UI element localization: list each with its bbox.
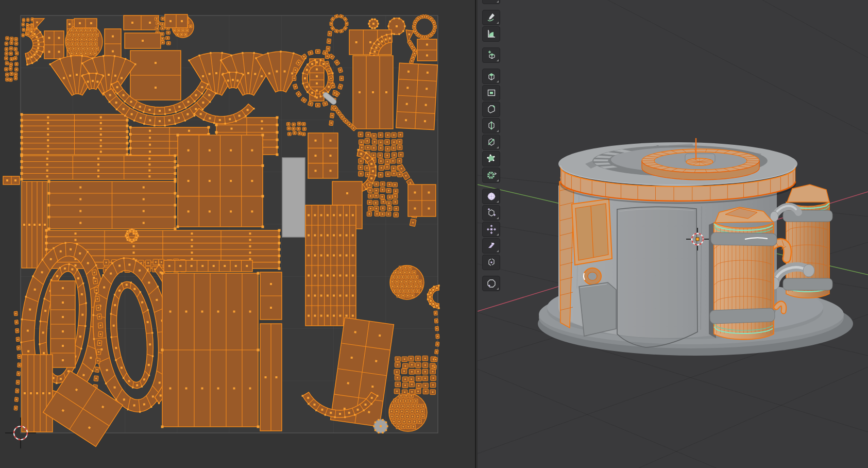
tool-button-shrink-fatten[interactable] — [482, 222, 500, 237]
viewport-3d-canvas[interactable] — [478, 0, 868, 468]
inset-faces-icon — [486, 88, 497, 98]
uv-canvas[interactable] — [0, 0, 475, 468]
tool-button-smooth[interactable] — [482, 189, 500, 204]
uv-island — [22, 181, 47, 268]
tool-button-loop-cut[interactable] — [482, 118, 500, 133]
uv-island — [260, 324, 282, 431]
blender-window — [0, 0, 868, 468]
subtool-indicator — [497, 146, 499, 148]
tool-button-rip-region[interactable] — [482, 255, 500, 270]
toolbar — [482, 0, 501, 292]
tool-button-shear[interactable] — [482, 238, 500, 254]
subtool-indicator — [497, 22, 499, 24]
poly-build-icon — [486, 154, 497, 164]
uv-island — [22, 355, 53, 432]
measure-icon — [486, 29, 497, 39]
uv-island — [21, 113, 129, 156]
uv-island — [65, 23, 103, 60]
uv-editor-pane[interactable] — [0, 0, 475, 468]
uv-island — [3, 176, 20, 185]
tank-back-selected — [783, 185, 832, 298]
model-rim — [558, 138, 797, 203]
uv-island — [164, 260, 252, 272]
subtool-indicator — [497, 1, 499, 3]
uv-island — [14, 311, 21, 410]
uv-island — [396, 63, 437, 130]
subtool-indicator — [497, 80, 499, 82]
extrude-region-icon — [486, 71, 497, 81]
door-panel — [617, 207, 697, 347]
uv-island — [390, 265, 424, 299]
smooth-icon — [486, 191, 497, 202]
spin-icon — [486, 170, 497, 180]
uv-island — [74, 19, 97, 28]
uv-island — [125, 33, 161, 48]
uv-island — [44, 31, 64, 59]
uv-island — [165, 14, 188, 28]
uv-island — [50, 281, 75, 367]
tool-button-bevel[interactable] — [482, 102, 500, 117]
bevel-icon — [486, 104, 497, 114]
subtool-indicator — [497, 179, 499, 181]
uv-island — [305, 205, 356, 326]
uv-island — [105, 29, 121, 59]
add-cube-icon — [486, 50, 497, 60]
uv-island — [5, 37, 19, 81]
uv-island — [308, 133, 338, 178]
uv-island — [260, 272, 282, 320]
model-pod — [538, 138, 853, 356]
access-door — [579, 282, 616, 336]
shrink-fatten-icon — [486, 224, 497, 235]
tool-button-add-cube[interactable] — [482, 47, 500, 63]
window-panel-selected — [572, 199, 612, 265]
tool-button-extrude-region[interactable] — [482, 69, 500, 84]
uv-island — [21, 155, 177, 181]
tool-button-randomize[interactable] — [482, 205, 500, 221]
tool-button-knife[interactable] — [482, 135, 500, 150]
tool-button-inset-faces[interactable] — [482, 85, 500, 101]
tool-button-select-box[interactable] — [482, 0, 500, 4]
tool-button-measure[interactable] — [482, 26, 500, 42]
subtool-indicator — [497, 233, 499, 236]
uv-island — [282, 158, 305, 237]
tool-button-spin[interactable] — [482, 168, 500, 183]
tool-button-to-sphere[interactable] — [482, 276, 500, 291]
subtool-indicator — [497, 250, 499, 252]
annotate-icon — [486, 12, 497, 23]
uv-island — [389, 393, 427, 431]
subtool-indicator — [497, 200, 499, 203]
tool-button-poly-build[interactable] — [482, 151, 500, 166]
shear-icon — [486, 241, 497, 251]
viewport-3d-pane[interactable] — [478, 0, 868, 468]
uv-island — [408, 185, 436, 216]
uv-island — [48, 180, 177, 230]
rip-region-icon — [486, 257, 497, 268]
subtool-indicator — [497, 59, 499, 61]
port-hole-selected — [584, 268, 601, 285]
subtool-indicator — [497, 130, 499, 132]
uv-island — [177, 134, 264, 228]
randomize-icon — [486, 208, 497, 218]
knife-icon — [486, 137, 497, 147]
loop-cut-icon — [486, 121, 497, 131]
select-box-icon — [486, 0, 497, 2]
subtool-indicator — [497, 288, 499, 290]
uv-island — [124, 15, 159, 30]
to-sphere-icon — [486, 278, 497, 289]
tool-button-annotate[interactable] — [482, 10, 500, 25]
uv-island — [417, 39, 437, 61]
editor-divider[interactable] — [475, 0, 477, 468]
uv-island — [353, 56, 393, 129]
uv-island — [130, 51, 181, 100]
uv-island — [161, 272, 260, 428]
subtool-indicator — [497, 217, 499, 219]
